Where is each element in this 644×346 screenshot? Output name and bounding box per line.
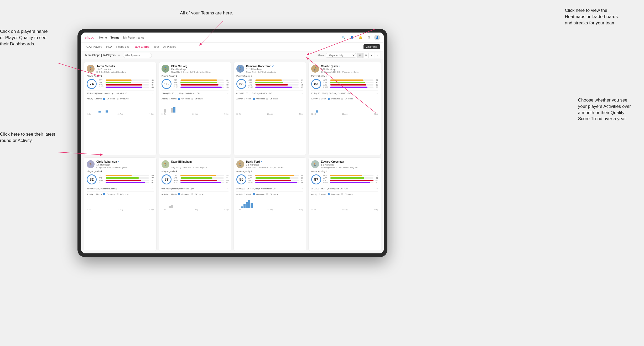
sort-button[interactable]: ↕ [375,53,380,58]
player-header: 🏌 Dave Billingham Sag Maing Golf Club, U… [162,160,228,169]
tab-hcaps[interactable]: Hcaps 1-5 [116,42,129,51]
verified-icon: ✔ [272,65,274,67]
player-name[interactable]: Dave Billingham [171,160,228,163]
player-name[interactable]: Chris Robertson ✔ [96,160,154,163]
player-name[interactable]: Blair McHarg [171,65,228,68]
avatar[interactable]: 👤 [374,35,380,40]
score-circle[interactable]: 68 [236,79,246,89]
player-club: Craigmillar Park, United Kingdom [96,166,154,169]
add-team-button[interactable]: Add Team [363,44,380,49]
edit-icon[interactable]: ✏ [118,54,120,57]
quality-row: 87 OTT82 APP74 ARG85 PUTT94 [162,174,228,184]
activity-header[interactable]: Activity · 1 Month On course Off course [87,193,154,195]
stats-col: OTT73 APP79 ARG103 PUTT92 [323,175,378,184]
nav-icons: 🔍 👤 🔔 ⚙ 👤 [341,35,380,40]
activity-section: Activity · 1 Month On course Off course [87,96,154,115]
score-circle[interactable]: 82 [87,174,97,184]
player-card-chris[interactable]: 🏌 Chris Robertson ✔ 1-5 Handicap Craigmi… [84,157,157,251]
round-date: 26 Aug 23 | 84 (+12), Royal North Devon … [236,188,276,190]
latest-round[interactable]: 02 Jul 23 | 59 (+17), Craigmillar Park G… [236,91,303,94]
player-card-blair[interactable]: 🏌 Blair McHarg Plus Handicap Royal North… [159,62,231,155]
search-icon[interactable]: 🔍 [341,35,346,40]
score-circle[interactable]: 85 [236,174,246,184]
team-label: Team Clippd | 14 Players [85,54,116,57]
latest-round[interactable]: 26 Aug 23 | 73 (+1), Royal North Devon G… [162,91,228,94]
tab-all-players[interactable]: All Players [163,42,176,51]
nav-link-home[interactable]: Home [99,36,107,39]
player-name[interactable]: Aaron Nicholls [96,65,154,68]
latest-round[interactable]: 18 Jul 23 | 74 (+4), Sunningdale GC - Ol… [311,186,378,190]
activity-header[interactable]: Activity · 1 Month On course Off course [87,98,154,100]
round-arrow: → [226,187,228,190]
show-dropdown[interactable]: Player Activity Quality Score Trend [326,53,356,58]
tab-pgat-players[interactable]: PGAT Players [85,42,102,51]
player-name[interactable]: Charlie Quick ✔ [321,65,378,68]
activity-section: Activity · 1 Month On course Off course [162,96,228,115]
activity-header[interactable]: Activity · 1 Month On course Off course [162,98,228,100]
activity-section: Activity · 1 Month On course Off course [162,191,228,210]
round-arrow: → [226,92,228,94]
search-input[interactable] [123,53,152,58]
grid-view-button-2[interactable]: ⊟ [363,53,368,58]
latest-round[interactable]: 05 Mar 23 | 19, Must make putting → [87,186,154,190]
players-grid: 🏌 Aaron Nicholls 11-15 Handicap Drift Go… [81,59,384,253]
player-club: Royal Perth Golf Club, Australia [246,71,303,73]
player-name[interactable]: Cameron Robertson ✔ [246,65,303,68]
activity-header[interactable]: Activity · 1 Month On course Off course [311,193,378,195]
round-date: 18 Jul 23 | 74 (+4), Sunningdale GC - Ol… [311,188,347,190]
score-circle[interactable]: 83 [311,79,321,89]
legend-on-course [328,193,330,195]
score-circle[interactable]: 87 [311,174,321,184]
bell-icon[interactable]: 🔔 [357,35,363,40]
annotation-player-name: Click on a players nameor Player Quality… [0,28,48,47]
filter-button[interactable]: ▼ [369,53,374,58]
score-circle[interactable]: 74 [87,79,97,89]
quality-row: 85 OTT89 APP80 ARG83 PUTT96 [236,174,303,184]
activity-chart [311,196,378,208]
chart-labels: 31 Jul21 Aug4 Sep [87,209,154,210]
latest-round[interactable]: 07 Aug 23 | 77 (+7), St George's Hill GC… [311,91,378,94]
player-header: 🏌 Charlie Quick ✔ 6-10 Handicap St. Geor… [311,65,378,73]
quality-row: 68 OTT61 APP63 ARG75 PUTT85 [236,79,303,89]
tablet-frame: clippd Home Teams My Performance 🔍 👤 🔔 ⚙… [77,29,387,257]
activity-header[interactable]: Activity · 1 Month On course Off course [236,193,303,195]
player-club: Royal North Devon Golf Club, United Kin.… [171,71,228,73]
tab-tour[interactable]: Tour [154,42,159,51]
latest-round[interactable]: 02 Sep 23 | Sunset round to get back int… [87,91,154,94]
player-card-edward[interactable]: 🏌 Edward Crossman 1-5 Handicap Sunningda… [308,157,381,251]
player-header: 🏌 Blair McHarg Plus Handicap Royal North… [162,65,228,73]
player-info: Chris Robertson ✔ 1-5 Handicap Craigmill… [96,160,154,169]
player-card-aaron[interactable]: 🏌 Aaron Nicholls 11-15 Handicap Drift Go… [84,62,157,155]
settings-icon[interactable]: ⚙ [366,35,372,40]
latest-round[interactable]: 04 Sep 23 | Mobility with coach, Gym → [162,186,228,190]
activity-header[interactable]: Activity · 1 Month On course Off course [311,98,378,100]
player-handicap: Plus Handicap [171,68,228,71]
latest-round[interactable]: 26 Aug 23 | 84 (+12), Royal North Devon … [236,186,303,190]
nav-link-performance[interactable]: My Performance [123,36,144,39]
stats-col: OTT84 APP85 ARG88 PUTT95 [174,79,228,89]
player-card-charlie[interactable]: 🏌 Charlie Quick ✔ 6-10 Handicap St. Geor… [308,62,381,155]
quality-row: 87 OTT73 APP79 ARG103 PUTT92 [311,174,378,184]
grid-view-button[interactable]: ⊞ [357,53,363,58]
player-header: 🏌 Chris Robertson ✔ 1-5 Handicap Craigmi… [87,160,154,169]
player-club: St. George's Hill GC - Weybridge - Surr.… [321,71,378,73]
player-name[interactable]: David Ford ✔ [246,160,303,163]
player-name[interactable]: Edward Crossman [321,160,378,163]
tab-team-clippd[interactable]: Team Clippd [133,42,149,51]
person-icon[interactable]: 👤 [349,35,355,40]
legend-on-course [253,193,255,195]
player-card-david[interactable]: 🏌 David Ford ✔ 1-5 Handicap Royal North … [233,157,306,251]
player-card-dave[interactable]: 🏌 Dave Billingham Sag Maing Golf Club, U… [159,157,231,251]
quality-row: 83 OTT77 APP80 ARG83 PUTT86 [311,79,378,89]
activity-header[interactable]: Activity · 1 Month On course Off course [236,98,303,100]
player-card-cameron[interactable]: 🏌 Cameron Robertson ✔ 11-15 Handicap Roy… [233,62,306,155]
activity-section: Activity · 1 Month On course Off course [87,191,154,210]
tab-pga[interactable]: PGA [106,42,112,51]
player-avatar: 🏌 [162,160,169,168]
activity-header[interactable]: Activity · 1 Month On course Off course [162,193,228,195]
player-avatar: 🏌 [311,65,319,73]
legend-on-course [178,98,180,100]
score-circle[interactable]: 93 [162,79,172,89]
nav-link-teams[interactable]: Teams [111,36,120,39]
score-circle[interactable]: 87 [162,174,172,184]
